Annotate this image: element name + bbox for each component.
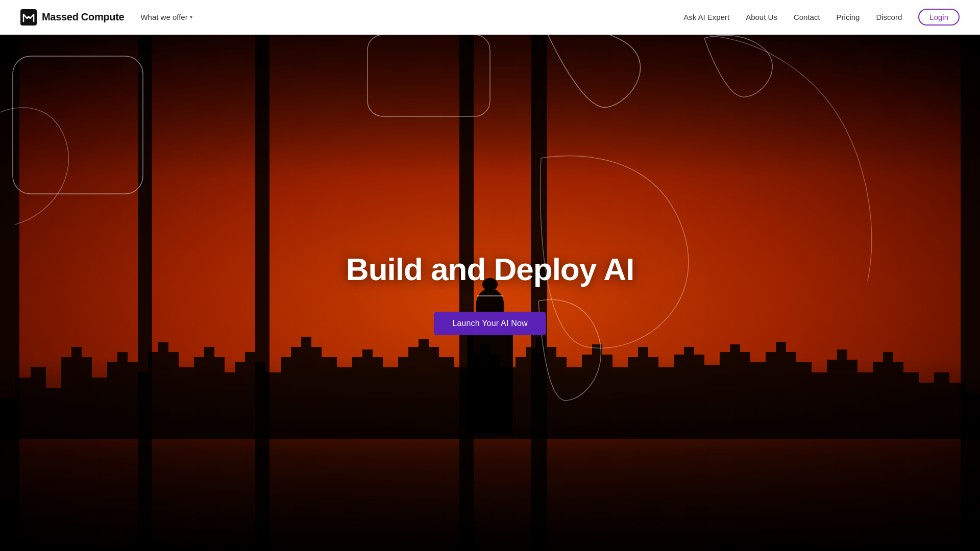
nav-what-we-offer[interactable]: What we offer ▾ <box>140 13 192 21</box>
logo-link[interactable]: Massed Compute <box>20 9 124 26</box>
hero-title: Build and Deploy AI <box>346 251 634 287</box>
nav-pricing[interactable]: Pricing <box>837 13 860 21</box>
launch-cta-button[interactable]: Launch Your AI Now <box>434 312 546 335</box>
logo-text: Massed Compute <box>42 11 124 23</box>
chevron-down-icon: ▾ <box>190 14 192 20</box>
logo-icon <box>20 9 37 26</box>
nav-right: Ask AI Expert About Us Contact Pricing D… <box>683 9 960 26</box>
nav-contact[interactable]: Contact <box>794 13 820 21</box>
nav-left: Massed Compute What we offer ▾ <box>20 9 192 26</box>
hero-divider <box>477 295 503 296</box>
navbar: Massed Compute What we offer ▾ Ask AI Ex… <box>0 0 980 35</box>
nav-about-us[interactable]: About Us <box>746 13 777 21</box>
nav-ask-ai[interactable]: Ask AI Expert <box>683 13 729 21</box>
hero-content: Build and Deploy AI Launch Your AI Now <box>0 0 980 551</box>
nav-discord[interactable]: Discord <box>876 13 902 21</box>
login-button[interactable]: Login <box>918 9 960 26</box>
hero-section: Build and Deploy AI Launch Your AI Now <box>0 0 980 551</box>
